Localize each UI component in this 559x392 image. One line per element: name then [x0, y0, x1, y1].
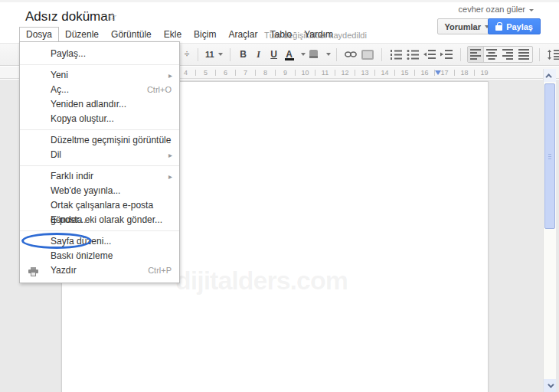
menu-item-yazdir[interactable]: YazdırCtrl+P	[20, 263, 179, 278]
align-center-button[interactable]	[484, 47, 500, 62]
menu-item-label: E-posta eki olarak gönder...	[51, 214, 162, 225]
menubar-item-dosya[interactable]: Dosya	[19, 27, 59, 41]
align-right-icon	[502, 49, 513, 60]
lock-icon	[495, 22, 502, 31]
menubar-item-bicim[interactable]: Biçim	[188, 27, 222, 41]
account-name: cevher ozan güler	[459, 5, 525, 14]
indent-button[interactable]	[438, 47, 455, 62]
ruler-number: 5	[195, 70, 215, 76]
star-icon[interactable]: ☆	[107, 10, 117, 24]
account-menu[interactable]: cevher ozan güler	[459, 5, 534, 14]
google-docs-window: Adsız doküman ☆ cevher ozan güler Yoruml…	[0, 0, 559, 392]
link-icon	[345, 51, 357, 58]
menubar-item-araclar[interactable]: Araçlar	[222, 27, 263, 41]
justify-button[interactable]	[516, 47, 532, 62]
font-menu-remnant[interactable]: ÷	[181, 49, 192, 60]
submenu-arrow-icon: ▸	[168, 169, 172, 184]
menu-item-label: Baskı önizleme	[51, 250, 113, 261]
menubar-item-yardim[interactable]: Yardım	[298, 27, 339, 41]
ruler-number: 16	[414, 70, 434, 76]
scrollbar-thumb[interactable]	[544, 83, 555, 229]
chevron-down-icon	[548, 381, 554, 387]
ruler-number: 10	[295, 70, 315, 76]
chevron-up-icon	[545, 74, 551, 80]
share-button[interactable]: Paylaş	[488, 18, 541, 34]
menubar-item-duzenle[interactable]: Düzenle	[59, 27, 105, 41]
toolbar-separator	[336, 48, 337, 61]
outdent-icon	[423, 50, 436, 60]
bulleted-list-icon	[407, 50, 419, 60]
highlight-color-button[interactable]	[306, 47, 322, 62]
line-spacing-icon	[548, 50, 559, 60]
menu-item-eposta-eki-olarak-gonder[interactable]: E-posta eki olarak gönder...	[20, 213, 179, 227]
menubar-item-ekle[interactable]: Ekle	[158, 27, 188, 41]
bold-button[interactable]: B	[236, 47, 251, 62]
insert-image-button[interactable]	[359, 47, 376, 62]
align-center-icon	[486, 49, 497, 60]
menu-item-duzeltme-gecmisini-goruntule[interactable]: Düzeltme geçmişini görüntüle	[20, 133, 179, 148]
menu-item-paylas[interactable]: Paylaş...	[20, 47, 179, 61]
toolbar-separator	[230, 48, 230, 61]
italic-button[interactable]: I	[251, 47, 266, 62]
menu-separator	[20, 165, 179, 166]
scroll-up-button[interactable]	[544, 69, 556, 82]
align-left-button[interactable]	[468, 47, 484, 62]
watermark: dijitalders.com	[175, 266, 348, 296]
menu-item-label: Farklı indir	[51, 171, 93, 181]
text-color-button[interactable]: A	[282, 47, 297, 62]
chevron-down-icon	[529, 9, 534, 11]
menu-item-label: Sayfa düzeni...	[51, 236, 111, 247]
text-color-bar	[285, 58, 294, 60]
ruler-number: 11	[315, 70, 335, 76]
outdent-button[interactable]	[421, 47, 438, 62]
file-menu: Paylaş...Yeni▸Aç...Ctrl+OYeniden adlandı…	[19, 41, 180, 283]
menu-item-label: Aç...	[51, 84, 69, 95]
menu-item-ac[interactable]: Aç...Ctrl+O	[20, 83, 179, 97]
insert-link-button[interactable]	[342, 47, 359, 62]
right-margin-marker-icon[interactable]	[435, 70, 441, 75]
ruler-number: 12	[335, 70, 355, 76]
align-right-button[interactable]	[500, 47, 516, 62]
bulleted-list-button[interactable]	[404, 47, 421, 62]
chevron-down-icon[interactable]	[326, 53, 331, 56]
menu-item-dil[interactable]: Dil▸	[20, 148, 179, 162]
menubar-item-tablo[interactable]: Tablo	[263, 27, 298, 41]
image-icon	[361, 50, 374, 60]
document-title[interactable]: Adsız doküman	[25, 9, 115, 24]
numbered-list-icon	[390, 50, 402, 60]
scroll-down-button[interactable]	[544, 379, 556, 392]
top-strip	[0, 0, 559, 2]
printer-icon	[28, 266, 38, 281]
menu-separator	[20, 129, 179, 130]
menu-item-label: Yeni	[51, 70, 68, 80]
ruler-number: 18	[454, 70, 474, 76]
font-size-value: 11	[205, 50, 214, 59]
menu-item-baski-onizleme[interactable]: Baskı önizleme	[20, 249, 179, 263]
ruler-number: 13	[355, 70, 374, 76]
menu-item-label: Düzeltme geçmişini görüntüle	[51, 135, 171, 145]
menu-item-farkli-indir[interactable]: Farklı indir▸	[20, 169, 179, 184]
toolbar-separator	[198, 48, 198, 61]
menu-item-sayfa-duzeni[interactable]: Sayfa düzeni...	[20, 234, 179, 249]
ruler-number: 6	[215, 70, 235, 76]
underline-button[interactable]: U	[266, 47, 282, 62]
toolbar-separator	[539, 48, 540, 61]
menu-item-label: Kopya oluştur...	[51, 113, 114, 124]
menu-item-shortcut: Ctrl+O	[147, 83, 172, 97]
line-spacing-button[interactable]	[545, 47, 559, 62]
menubar-item-goruntule[interactable]: Görüntüle	[105, 27, 158, 41]
ruler-number: 19	[474, 70, 494, 76]
numbered-list-button[interactable]	[387, 47, 404, 62]
menu-item-webde-yayinla[interactable]: Web'de yayınla...	[20, 184, 179, 198]
align-left-icon	[470, 49, 481, 60]
menu-item-yeni[interactable]: Yeni▸	[20, 68, 179, 83]
font-size-select[interactable]: 11	[204, 50, 224, 59]
menu-item-yeniden-adlandir[interactable]: Yeniden adlandır...	[20, 97, 179, 112]
alignment-group	[467, 46, 533, 63]
toolbar-separator	[460, 48, 461, 61]
menu-separator	[20, 230, 179, 231]
vertical-scrollbar[interactable]	[543, 69, 556, 392]
menu-item-kopya-olustur[interactable]: Kopya oluştur...	[20, 112, 179, 126]
submenu-arrow-icon: ▸	[168, 148, 172, 162]
menu-item-ortak-calisanlara-eposta-gonder[interactable]: Ortak çalışanlara e-posta gönder...	[20, 198, 179, 213]
